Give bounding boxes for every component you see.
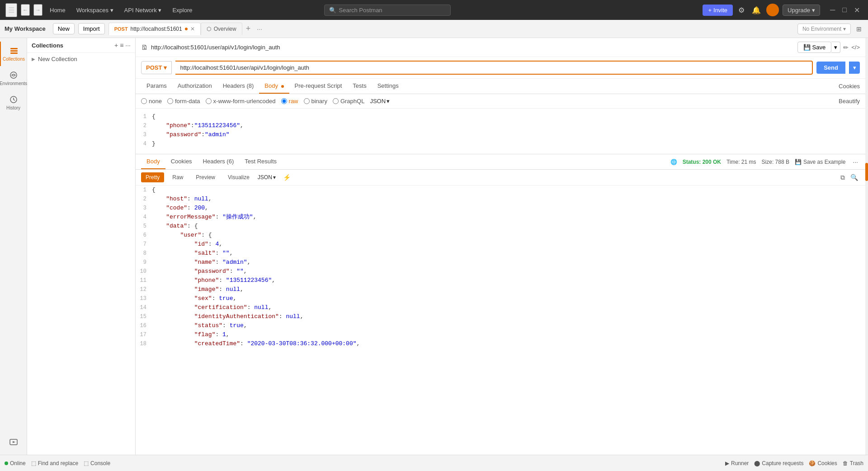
req-line-3: 3 "password":"admin": [136, 130, 865, 139]
resp-line-7: 7 "id": 4,: [136, 240, 865, 249]
beautify-button[interactable]: Beautify: [839, 98, 860, 105]
sidebar-item-runner[interactable]: [0, 433, 27, 451]
option-graphql-label: GraphQL: [340, 98, 364, 105]
right-scrollbar[interactable]: [865, 38, 868, 455]
send-arrow-button[interactable]: ▾: [849, 62, 860, 74]
find-replace-button[interactable]: ⬚ Find and replace: [31, 460, 78, 466]
minimize-button[interactable]: ─: [827, 5, 838, 15]
api-network-button[interactable]: API Network ▾: [121, 5, 165, 15]
url-input[interactable]: [175, 61, 813, 75]
tab-tests[interactable]: Tests: [347, 79, 372, 94]
cookies-link[interactable]: Cookies: [839, 83, 860, 90]
notifications-button[interactable]: 🔔: [750, 4, 763, 16]
workspaces-button[interactable]: Workspaces ▾: [73, 5, 117, 15]
raw-button[interactable]: Raw: [168, 172, 188, 182]
option-urlencoded[interactable]: x-www-form-urlencoded: [206, 98, 276, 105]
topbar-right: + Invite ⚙ 🔔 Upgrade ▾ ─ □ ✕: [703, 4, 863, 16]
back-button[interactable]: ←: [21, 4, 30, 16]
response-body-editor[interactable]: 1 { 2 "host": null, 3 "code": 200,: [136, 186, 865, 348]
more-tabs-button[interactable]: ···: [254, 24, 265, 33]
pretty-button[interactable]: Pretty: [141, 172, 164, 182]
new-button[interactable]: New: [53, 23, 75, 34]
tab-authorization-label: Authorization: [178, 82, 212, 89]
active-tab[interactable]: POST http://localhost:51601 ✕: [108, 23, 201, 35]
copy-response-button[interactable]: ⧉: [839, 173, 847, 182]
cookies-bottom-button[interactable]: 🍪 Cookies: [809, 460, 837, 466]
trash-button[interactable]: 🗑 Trash: [843, 460, 863, 466]
tab-headers[interactable]: Headers (8): [217, 79, 259, 94]
option-raw[interactable]: raw: [281, 98, 298, 105]
tab-body[interactable]: Body: [259, 79, 289, 94]
radio-urlencoded[interactable]: [206, 98, 212, 104]
save-arrow-button[interactable]: ▾: [831, 42, 840, 53]
maximize-button[interactable]: □: [840, 5, 849, 15]
main-layout: Collections Environments History: [0, 38, 868, 455]
option-form-data[interactable]: form-data: [167, 98, 200, 105]
method-arrow: ▾: [164, 64, 167, 71]
resp-tab-body[interactable]: Body: [141, 154, 165, 169]
upgrade-button[interactable]: Upgrade ▾: [783, 5, 820, 16]
resp-tab-cookies[interactable]: Cookies: [165, 154, 198, 169]
radio-binary[interactable]: [304, 98, 310, 104]
preview-button[interactable]: Preview: [191, 172, 220, 182]
env-selector[interactable]: No Environment ▾: [797, 24, 851, 34]
tab-body-label: Body: [264, 82, 278, 89]
response-format-select[interactable]: JSON ▾: [258, 174, 276, 181]
more-response-button[interactable]: ···: [851, 157, 860, 167]
overview-tab[interactable]: ⬡ Overview: [201, 23, 242, 35]
option-binary[interactable]: binary: [304, 98, 327, 105]
send-button[interactable]: Send: [816, 62, 845, 74]
new-collection-item[interactable]: ▶ New Collection: [27, 53, 135, 65]
line-number: 5: [136, 222, 152, 231]
resp-tab-headers[interactable]: Headers (6): [198, 154, 240, 169]
option-graphql[interactable]: GraphQL: [333, 98, 364, 105]
close-button[interactable]: ✕: [851, 5, 863, 15]
explore-button[interactable]: Explore: [169, 5, 196, 15]
runner-button[interactable]: ▶ Runner: [725, 460, 749, 466]
tab-pre-request[interactable]: Pre-request Script: [289, 79, 348, 94]
capture-requests-button[interactable]: ⬤ Capture requests: [754, 460, 803, 466]
radio-form-data[interactable]: [167, 98, 173, 104]
home-button[interactable]: Home: [46, 5, 69, 15]
sidebar-item-history[interactable]: History: [0, 90, 27, 115]
avatar-button[interactable]: [766, 4, 779, 16]
code-snippet-button[interactable]: </>: [851, 44, 860, 51]
invite-button[interactable]: + Invite: [703, 5, 733, 16]
tab-params[interactable]: Params: [141, 79, 172, 94]
sidebar-item-environments[interactable]: Environments: [0, 66, 27, 90]
edit-button[interactable]: ✏: [843, 44, 849, 51]
radio-raw[interactable]: [281, 98, 287, 104]
visualize-button[interactable]: Visualize: [223, 172, 254, 182]
resp-tab-test-results[interactable]: Test Results: [239, 154, 282, 169]
add-collection-button[interactable]: +: [114, 42, 118, 49]
line-number: 10: [136, 267, 152, 276]
search-response-button[interactable]: 🔍: [849, 173, 860, 182]
format-select[interactable]: JSON ▾: [370, 98, 390, 105]
method-select[interactable]: POST ▾: [141, 61, 172, 74]
radio-graphql[interactable]: [333, 98, 339, 104]
online-button[interactable]: Online: [5, 460, 26, 466]
grid-layout-button[interactable]: ⊞: [854, 24, 863, 34]
filter-icon[interactable]: ⚡: [281, 173, 292, 182]
save-example-button[interactable]: 💾 Save as Example: [795, 159, 845, 165]
request-code-editor[interactable]: 1 { 2 "phone":"13511223456", 3 "password…: [136, 109, 865, 154]
console-button[interactable]: ⬚ Console: [84, 460, 110, 466]
forward-button[interactable]: →: [33, 4, 42, 16]
search-bar[interactable]: 🔍 Search Postman: [324, 5, 451, 16]
sort-collections-button[interactable]: ≡: [120, 42, 123, 49]
option-none[interactable]: none: [141, 98, 162, 105]
more-collections-button[interactable]: ···: [125, 42, 131, 49]
tab-settings[interactable]: Settings: [372, 79, 404, 94]
settings-button[interactable]: ⚙: [736, 4, 746, 16]
import-button[interactable]: Import: [78, 23, 105, 34]
radio-none[interactable]: [141, 98, 147, 104]
tab-tests-label: Tests: [353, 82, 366, 89]
menu-icon[interactable]: ☰: [5, 3, 17, 17]
line-content: "name": "admin",: [152, 258, 865, 267]
console-label: Console: [90, 460, 110, 466]
tab-close-button[interactable]: ✕: [190, 26, 195, 32]
sidebar-item-collections[interactable]: Collections: [0, 42, 27, 66]
add-tab-button[interactable]: +: [242, 23, 255, 34]
save-button[interactable]: 💾 Save: [797, 42, 832, 53]
tab-authorization[interactable]: Authorization: [172, 79, 217, 94]
